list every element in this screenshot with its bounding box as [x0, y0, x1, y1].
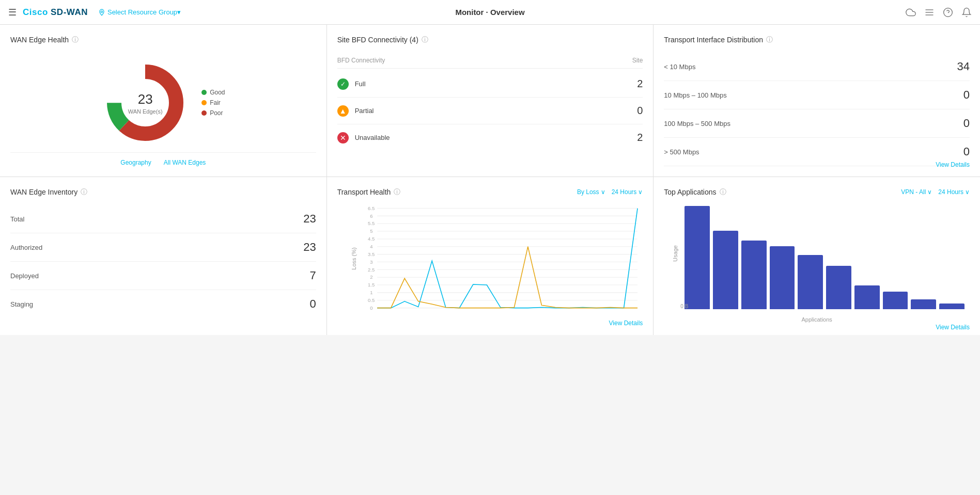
svg-text:3: 3 [370, 259, 372, 265]
transport-health-time-btn[interactable]: 24 Hours ∨ [612, 188, 643, 196]
transport-health-info-icon[interactable]: ⓘ [394, 187, 400, 197]
bar-item-2 [741, 206, 767, 309]
wan-edge-health-footer: Geography All WAN Edges [10, 152, 316, 166]
bar-1 [713, 231, 738, 309]
bar-item-1 [713, 206, 738, 309]
transport-health-title: Transport Health ⓘ [337, 187, 401, 197]
inv-row-authorized: Authorized 23 [10, 233, 316, 262]
transport-dist-view-details[interactable]: View Details [936, 161, 970, 168]
wan-inventory-card: WAN Edge Inventory ⓘ Total 23 Authorized… [0, 177, 326, 335]
wan-edge-health-info-icon[interactable]: ⓘ [72, 35, 79, 44]
bar-item-0 [685, 206, 710, 309]
top-apps-vpn-btn[interactable]: VPN - All ∨ [901, 188, 932, 196]
bfd-row-partial: ▲ Partial 0 [337, 98, 643, 124]
legend-dot-good [201, 90, 207, 95]
svg-text:1.5: 1.5 [368, 282, 375, 288]
dist-row-0: < 10 Mbps 34 [664, 53, 970, 81]
legend-dot-fair [201, 100, 207, 105]
dist-row-2: 100 Mbps – 500 Mbps 0 [664, 109, 970, 138]
svg-text:6: 6 [370, 213, 372, 219]
legend-dot-poor [201, 110, 207, 116]
geography-link[interactable]: Geography [120, 159, 151, 166]
donut-section: 23 WAN Edge(s) Good Fair Poor [10, 53, 316, 152]
top-apps-controls: VPN - All ∨ 24 Hours ∨ [901, 188, 970, 196]
legend-fair: Fair [201, 99, 225, 106]
dist-row-3: > 500 Mbps 0 [664, 138, 970, 166]
transport-health-header: Transport Health ⓘ By Loss ∨ 24 Hours ∨ [337, 187, 643, 197]
brand-cisco: Cisco [23, 7, 48, 17]
wan-inventory-title: WAN Edge Inventory ⓘ [10, 187, 316, 197]
top-apps-y-label: Usage [672, 245, 678, 262]
resource-group-label: Select Resource Group [107, 8, 177, 16]
site-bfd-info-icon[interactable]: ⓘ [422, 35, 428, 44]
bell-icon[interactable] [961, 7, 972, 18]
top-apps-title: Top Applications ⓘ [664, 187, 726, 197]
bfd-icon-partial: ▲ [337, 105, 349, 117]
transport-health-view-details[interactable]: View Details [609, 320, 643, 327]
all-wan-edges-link[interactable]: All WAN Edges [164, 159, 206, 166]
nav-icons [906, 7, 972, 18]
bar-item-8 [911, 206, 936, 309]
inv-row-deployed: Deployed 7 [10, 262, 316, 290]
bar-item-9 [939, 206, 965, 309]
top-apps-view-details[interactable]: View Details [936, 324, 970, 331]
bar-item-6 [854, 206, 880, 309]
svg-text:0: 0 [370, 305, 372, 311]
transport-dist-title: Transport Interface Distribution ⓘ [664, 35, 970, 44]
legend-good: Good [201, 89, 225, 96]
bar-0 [685, 206, 710, 309]
bfd-row-full: ✓ Full 2 [337, 71, 643, 98]
top-apps-header: Top Applications ⓘ VPN - All ∨ 24 Hours … [664, 187, 970, 197]
svg-text:5.5: 5.5 [368, 220, 375, 226]
top-apps-info-icon[interactable]: ⓘ [720, 187, 726, 197]
transport-y-axis-label: Loss (%) [350, 247, 356, 269]
bar-3 [770, 246, 795, 309]
bar-item-3 [770, 206, 795, 309]
svg-text:2: 2 [370, 274, 372, 280]
inv-row-staging: Staging 0 [10, 290, 316, 318]
menu-icon[interactable] [924, 7, 935, 18]
top-navigation: ☰ Cisco SD-WAN Select Resource Group ▾ M… [0, 0, 980, 25]
top-apps-card: Top Applications ⓘ VPN - All ∨ 24 Hours … [654, 177, 980, 335]
dist-row-1: 10 Mbps – 100 Mbps 0 [664, 81, 970, 109]
svg-point-4 [944, 8, 953, 17]
bar-5 [826, 266, 851, 309]
bar-4 [798, 255, 823, 309]
transport-dist-info-icon[interactable]: ⓘ [766, 35, 773, 44]
y-axis: 0 0.5 1 1.5 2 2.5 3 3.5 4 4.5 5 5.5 6 6.… [368, 205, 637, 311]
donut-label: 23 WAN Edge(s) [128, 91, 163, 114]
bar-chart-container [685, 206, 965, 309]
bar-6 [854, 285, 880, 309]
top-apps-time-btn[interactable]: 24 Hours ∨ [938, 188, 970, 196]
bar-2 [741, 241, 767, 309]
zero-label: 0 B [680, 304, 688, 309]
wan-inventory-info-icon[interactable]: ⓘ [81, 187, 87, 197]
donut-chart: 23 WAN Edge(s) [101, 59, 189, 147]
donut-legend: Good Fair Poor [201, 89, 225, 117]
svg-text:2.5: 2.5 [368, 267, 375, 273]
inv-row-total: Total 23 [10, 205, 316, 233]
svg-text:4: 4 [370, 244, 373, 249]
site-bfd-title: Site BFD Connectivity (4) ⓘ [337, 35, 643, 44]
svg-text:0.5: 0.5 [368, 297, 375, 303]
resource-group-selector[interactable]: Select Resource Group ▾ [98, 8, 181, 16]
top-apps-chart-wrapper: Usage Applications 0 B [664, 201, 970, 325]
svg-text:1: 1 [370, 290, 372, 295]
transport-line-chart: 0 0.5 1 1.5 2 2.5 3 3.5 4 4.5 5 5.5 6 6.… [358, 201, 643, 314]
transport-health-loss-btn[interactable]: By Loss ∨ [577, 188, 605, 196]
legend-poor: Poor [201, 109, 225, 117]
top-apps-x-label: Applications [801, 316, 832, 323]
bfd-row-unavailable: ✕ Unavailable 2 [337, 124, 643, 151]
wan-edge-health-title: WAN Edge Health ⓘ [10, 35, 316, 44]
hamburger-icon[interactable]: ☰ [8, 7, 17, 18]
bar-item-7 [883, 206, 908, 309]
brand-logo: Cisco SD-WAN [23, 7, 88, 18]
wan-edge-health-card: WAN Edge Health ⓘ 23 WAN Edge(s) [0, 25, 326, 177]
svg-point-0 [101, 11, 103, 13]
bar-item-5 [826, 206, 851, 309]
svg-text:3.5: 3.5 [368, 251, 375, 257]
help-icon[interactable] [943, 7, 953, 18]
bfd-icon-unavail: ✕ [337, 132, 349, 143]
bar-9 [939, 304, 965, 309]
cloud-icon[interactable] [906, 7, 916, 18]
